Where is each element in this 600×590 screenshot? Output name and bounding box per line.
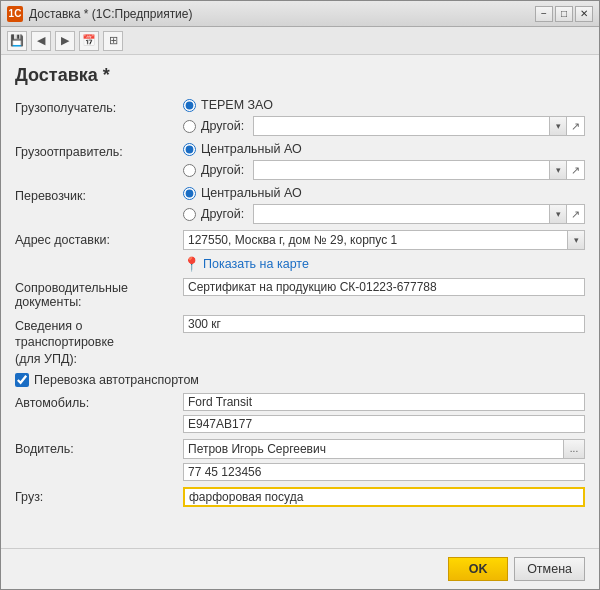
title-bar-buttons: − □ ✕ (535, 6, 593, 22)
consignor-radio2[interactable] (183, 164, 196, 177)
consignor-other-input[interactable] (253, 160, 549, 180)
calendar-icon[interactable]: 📅 (79, 31, 99, 51)
table-icon[interactable]: ⊞ (103, 31, 123, 51)
cargo-label: Груз: (15, 487, 183, 504)
driver-select-btn[interactable]: ... (563, 439, 585, 459)
consignor-link-btn[interactable]: ↗ (567, 160, 585, 180)
consignee-other-input-group: ▾ ↗ (253, 116, 585, 136)
transport-checkbox[interactable] (15, 373, 29, 387)
maximize-button[interactable]: □ (555, 6, 573, 22)
map-link-text: Показать на карте (203, 257, 309, 271)
consignor-option1-label: Центральный АО (201, 142, 302, 156)
consignor-option2-label: Другой: (201, 163, 244, 177)
consignor-row: Грузоотправитель: Центральный АО Другой:… (15, 142, 585, 180)
consignor-controls: Центральный АО Другой: ▾ ↗ (183, 142, 585, 180)
toolbar: 💾 ◀ ▶ 📅 ⊞ (1, 27, 599, 55)
save-icon[interactable]: 💾 (7, 31, 27, 51)
consignee-option2-label: Другой: (201, 119, 244, 133)
carrier-other-row: Другой: ▾ ↗ (183, 204, 585, 224)
carrier-other-input[interactable] (253, 204, 549, 224)
main-window: 1С Доставка * (1С:Предприятие) − □ ✕ 💾 ◀… (0, 0, 600, 590)
consignor-radio1-row: Центральный АО (183, 142, 585, 156)
carrier-radio1-row: Центральный АО (183, 186, 585, 200)
transport-row: Сведения о транспортировке (для УПД): (15, 315, 585, 367)
consignee-other-input[interactable] (253, 116, 549, 136)
docs-label: Сопроводительные документы: (15, 278, 183, 309)
driver-input-group: ... (183, 439, 585, 459)
docs-input[interactable] (183, 278, 585, 296)
form-content: Доставка * Грузополучатель: ТЕРЕМ ЗАО Др… (1, 55, 599, 548)
minimize-button[interactable]: − (535, 6, 553, 22)
driver-row: Водитель: ... (15, 439, 585, 481)
consignee-other-row: Другой: ▾ ↗ (183, 116, 585, 136)
driver-label: Водитель: (15, 439, 183, 456)
checkbox-row: Перевозка автотранспортом (15, 373, 585, 387)
cargo-input[interactable] (183, 487, 585, 507)
consignee-radio1-row: ТЕРЕМ ЗАО (183, 98, 585, 112)
carrier-other-input-group: ▾ ↗ (253, 204, 585, 224)
map-link[interactable]: 📍 Показать на карте (183, 256, 585, 272)
carrier-label: Перевозчик: (15, 186, 183, 203)
consignee-row: Грузополучатель: ТЕРЕМ ЗАО Другой: ▾ ↗ (15, 98, 585, 136)
address-dropdown-btn[interactable]: ▾ (567, 230, 585, 250)
cargo-row: Груз: (15, 487, 585, 509)
carrier-option1-label: Центральный АО (201, 186, 302, 200)
prev-icon[interactable]: ◀ (31, 31, 51, 51)
page-title: Доставка * (15, 65, 585, 86)
carrier-row: Перевозчик: Центральный АО Другой: ▾ ↗ (15, 186, 585, 224)
carrier-controls: Центральный АО Другой: ▾ ↗ (183, 186, 585, 224)
carrier-dropdown-btn[interactable]: ▾ (549, 204, 567, 224)
checkbox-label: Перевозка автотранспортом (34, 373, 199, 387)
consignor-label: Грузоотправитель: (15, 142, 183, 159)
consignee-radio2[interactable] (183, 120, 196, 133)
title-bar: 1С Доставка * (1С:Предприятие) − □ ✕ (1, 1, 599, 27)
consignee-radio1[interactable] (183, 99, 196, 112)
consignee-dropdown-btn[interactable]: ▾ (549, 116, 567, 136)
transport-input[interactable] (183, 315, 585, 333)
carrier-radio2[interactable] (183, 208, 196, 221)
title-bar-left: 1С Доставка * (1С:Предприятие) (7, 6, 193, 22)
consignor-radio1[interactable] (183, 143, 196, 156)
driver-controls: ... (183, 439, 585, 481)
car-row: Автомобиль: (15, 393, 585, 433)
carrier-link-btn[interactable]: ↗ (567, 204, 585, 224)
car-plate-input[interactable] (183, 415, 585, 433)
address-input[interactable] (183, 230, 567, 250)
app-icon: 1С (7, 6, 23, 22)
consignee-controls: ТЕРЕМ ЗАО Другой: ▾ ↗ (183, 98, 585, 136)
address-controls: ▾ 📍 Показать на карте (183, 230, 585, 272)
consignee-link-btn[interactable]: ↗ (567, 116, 585, 136)
consignor-other-row: Другой: ▾ ↗ (183, 160, 585, 180)
carrier-radio1[interactable] (183, 187, 196, 200)
cargo-controls (183, 487, 585, 507)
cancel-button[interactable]: Отмена (514, 557, 585, 581)
driver-id-input[interactable] (183, 463, 585, 481)
consignor-other-input-group: ▾ ↗ (253, 160, 585, 180)
consignor-dropdown-btn[interactable]: ▾ (549, 160, 567, 180)
consignee-option1-label: ТЕРЕМ ЗАО (201, 98, 273, 112)
carrier-option2-label: Другой: (201, 207, 244, 221)
consignee-label: Грузополучатель: (15, 98, 183, 115)
car-model-input[interactable] (183, 393, 585, 411)
car-label: Автомобиль: (15, 393, 183, 410)
map-pin-icon: 📍 (183, 256, 200, 272)
footer: OK Отмена (1, 548, 599, 589)
next-icon[interactable]: ▶ (55, 31, 75, 51)
close-button[interactable]: ✕ (575, 6, 593, 22)
address-input-group: ▾ (183, 230, 585, 250)
transport-controls (183, 315, 585, 333)
address-row: Адрес доставки: ▾ 📍 Показать на карте (15, 230, 585, 272)
car-controls (183, 393, 585, 433)
docs-controls (183, 278, 585, 296)
window-title: Доставка * (1С:Предприятие) (29, 7, 193, 21)
transport-label: Сведения о транспортировке (для УПД): (15, 315, 183, 367)
address-label: Адрес доставки: (15, 230, 183, 247)
docs-row: Сопроводительные документы: (15, 278, 585, 309)
driver-name-input[interactable] (183, 439, 563, 459)
ok-button[interactable]: OK (448, 557, 508, 581)
